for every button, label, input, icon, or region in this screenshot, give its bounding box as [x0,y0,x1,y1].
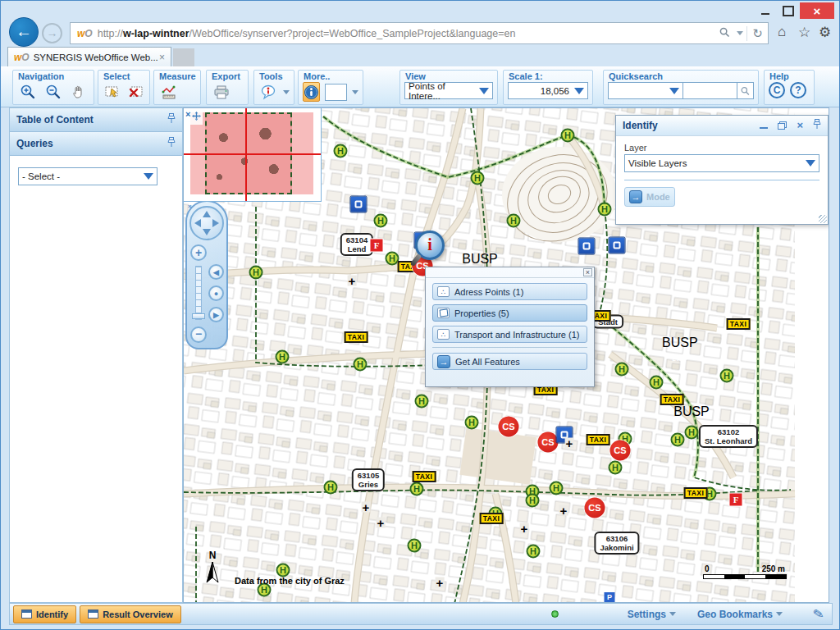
favorites-star-icon[interactable]: ☆ [798,24,810,41]
map-marker-taxi[interactable]: TAXI [345,331,368,343]
map-marker-cross[interactable]: + [559,505,568,516]
map-marker-cross[interactable]: + [520,523,529,534]
map-marker-psmall[interactable]: P [605,592,615,602]
map-marker-h[interactable]: H [324,481,338,495]
map-marker-h[interactable]: H [471,171,485,185]
resize-grip[interactable] [819,215,827,223]
pin-icon[interactable] [167,137,176,150]
map-marker-f[interactable]: F [371,240,383,252]
navwidget-close-icon[interactable] [188,203,192,210]
map-marker-f[interactable]: F [730,494,742,506]
pan-control[interactable] [189,206,224,240]
map-marker-bluesq[interactable] [578,238,596,255]
search-icon[interactable] [715,27,733,40]
identify-panel-header[interactable]: Identify [616,116,828,136]
map-marker-pbus[interactable]: BUSP [673,404,710,419]
map-marker-cs[interactable]: CS [585,498,605,518]
map-marker-cs[interactable]: CS [499,417,519,437]
next-extent-button[interactable] [208,307,224,322]
query-select[interactable]: - Select - [18,167,158,185]
map-marker-pea[interactable]: BUSPE'A [662,336,683,363]
zoom-out-icon[interactable] [43,82,63,102]
map-marker-cross[interactable]: + [348,276,357,286]
identify-info-icon[interactable] [303,82,320,102]
home-icon[interactable]: ⌂ [778,24,786,40]
context-help-button[interactable]: C [769,82,785,98]
map-marker-taxi[interactable]: TAXI [587,434,610,445]
print-icon[interactable] [211,82,232,102]
map-marker-h[interactable]: H [671,433,685,447]
map-marker-h[interactable]: H [410,482,424,496]
get-all-features-button[interactable]: Get All Features [432,353,587,370]
map-marker-h[interactable]: H [598,203,612,217]
clear-selection-icon[interactable] [126,82,145,102]
map-marker-cross[interactable]: + [362,502,371,513]
map-marker-bluesq[interactable] [609,237,626,254]
quicksearch-category-select[interactable] [608,82,683,99]
maptip-balloon-icon[interactable] [258,82,278,102]
layer-select[interactable]: Visible Layers [624,154,819,172]
map-marker-h[interactable]: H [415,395,429,409]
identify-popup-item[interactable]: Adress Points (1) [432,283,587,300]
map-marker-cross[interactable]: + [377,518,386,528]
map-marker-taxi[interactable]: TAXI [660,394,684,405]
window-titlebar[interactable] [1,1,839,21]
map-marker-h[interactable]: H [465,416,479,430]
settings-menu[interactable]: Settings [628,609,676,620]
zoom-in-button[interactable]: + [190,244,207,261]
back-button[interactable] [9,17,39,47]
map-marker-h[interactable]: H [561,129,575,143]
search-options-caret-icon[interactable] [737,31,743,35]
window-minimize-button[interactable] [754,2,777,19]
map-marker-h[interactable]: H [615,363,629,377]
map-marker-h[interactable]: H [249,266,263,280]
panel-header-queries[interactable]: Queries [10,132,182,156]
map-marker-cross[interactable]: + [436,578,445,588]
previous-extent-button[interactable] [208,264,224,280]
pan-hand-icon[interactable] [69,82,89,102]
map-marker-h[interactable]: H [720,369,734,383]
bottom-tab-identify[interactable]: Identify [13,605,76,623]
help-button[interactable]: ? [790,82,806,98]
map-marker-cs[interactable]: CS [610,441,631,461]
forward-button[interactable] [42,23,62,43]
map-marker-h[interactable]: H [609,461,623,475]
zoom-slider-handle[interactable] [192,313,205,319]
zoom-slider[interactable] [195,266,202,320]
map-marker-h[interactable]: H [334,144,348,158]
map-marker-pbus[interactable]: BUSP [462,252,498,267]
map-marker-h[interactable]: H [354,358,368,372]
new-tab-button[interactable] [173,48,194,66]
pin-icon[interactable] [167,113,176,126]
zoom-in-icon[interactable] [17,82,38,102]
map-marker-cross[interactable]: + [565,438,574,449]
overview-map[interactable] [184,108,322,202]
overview-move-icon[interactable] [192,109,201,124]
map-marker-h[interactable]: H [276,564,290,578]
minimize-icon[interactable] [760,122,768,129]
refresh-icon[interactable] [746,26,768,41]
map-marker-h[interactable]: H [527,545,541,559]
map-marker-taxi[interactable]: TAXI [727,318,751,330]
redline-pen-icon[interactable] [811,605,825,623]
tab-close-icon[interactable] [159,52,165,63]
mode-button[interactable]: Mode [624,187,675,207]
address-bar[interactable]: wO http://w-lap-wintner/WebOffice/synser… [70,22,769,44]
more-tools-select[interactable] [325,84,347,101]
map-marker-h[interactable]: H [276,350,290,364]
map-marker-taxi[interactable]: TAXI [413,471,436,482]
map-marker-h[interactable]: H [526,494,540,508]
identify-popup-item[interactable]: Transport and Infrastructure (1) [432,326,587,343]
overview-close-icon[interactable] [185,109,190,124]
settings-gear-icon[interactable]: ⚙ [819,24,831,41]
identify-popup-header[interactable] [426,267,594,278]
map-marker-h[interactable]: H [650,376,664,390]
tools-dropdown-caret-icon[interactable] [283,90,290,94]
map-marker-h[interactable]: H [408,539,422,553]
map-marker-h[interactable]: H [374,214,388,228]
window-maximize-button[interactable] [777,2,800,19]
pin-icon[interactable] [813,119,821,132]
window-close-button[interactable] [800,2,834,19]
scale-select[interactable]: 18,056 [508,82,588,99]
bottom-tab-result-overview[interactable]: Result Overview [80,605,181,623]
